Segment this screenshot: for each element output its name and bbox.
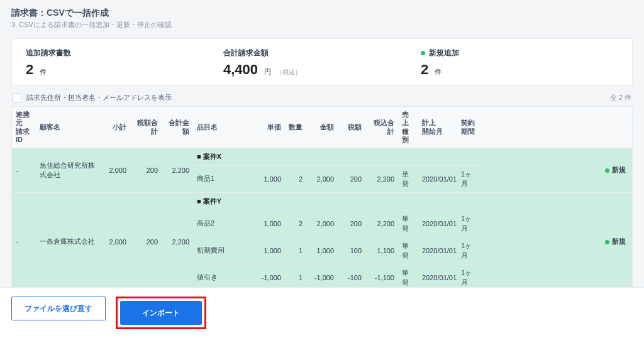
th-amount: 金額 xyxy=(306,107,338,148)
cell: 1ヶ月 xyxy=(457,237,482,264)
import-button[interactable]: インポート xyxy=(120,301,202,325)
summary-new-value: 2 xyxy=(421,62,428,77)
cell: 2,200 xyxy=(162,148,193,192)
cell: 1,000 xyxy=(256,210,285,237)
cell: 200 xyxy=(338,165,365,192)
th-link-id: 連携元 請求ID xyxy=(12,107,36,148)
item-header: ■ 案件X xyxy=(193,148,482,165)
th-customer: 顧客名 xyxy=(36,107,99,148)
invoice-table: 連携元 請求ID 顧客名 小計 税額合計 合計金額 品目名 単価 数量 金額 税… xyxy=(12,107,632,292)
th-qty: 数量 xyxy=(285,107,306,148)
summary-amount-unit: 円 xyxy=(264,68,271,75)
status-badge: 新規 xyxy=(597,148,632,192)
th-subtotal: 小計 xyxy=(99,107,130,148)
status-dot-icon xyxy=(421,51,425,55)
th-start-month: 計上 開始月 xyxy=(418,107,457,148)
cell: 商品2 xyxy=(193,210,256,237)
cell: 1,000 xyxy=(256,165,285,192)
cell: 初期費用 xyxy=(193,237,256,264)
cell: 魚住総合研究所株式会社 xyxy=(36,148,99,192)
cell: 200 xyxy=(338,210,365,237)
record-counter: 全 2 件 xyxy=(610,93,631,102)
summary-new-unit: 件 xyxy=(435,68,441,75)
cell: 1,100 xyxy=(365,237,398,264)
page-subtitle: 3. CSVによる請求書の一括追加・更新・停止の確認 xyxy=(11,20,633,30)
item-header: ■ 案件Y xyxy=(193,192,482,210)
cell: 200 xyxy=(130,148,162,192)
summary-count-unit: 件 xyxy=(40,68,47,75)
cell: 単発 xyxy=(398,165,418,192)
th-tax-incl: 税込合計 xyxy=(365,107,398,148)
cell: 2,200 xyxy=(365,165,398,192)
th-sales-type: 売上 種別 xyxy=(398,107,418,148)
th-tax: 税額 xyxy=(338,107,365,148)
summary-count-value: 2 xyxy=(26,62,33,77)
show-address-checkbox[interactable]: 請求先住所・担当者名・メールアドレスを表示 xyxy=(13,93,172,102)
table-row: -魚住総合研究所株式会社2,0002002,200■ 案件X新規 xyxy=(12,148,632,165)
import-highlight: インポート xyxy=(116,297,206,329)
summary-new-label: 新規追加 xyxy=(429,48,459,58)
cell: 2 xyxy=(285,165,306,192)
cell: 単発 xyxy=(398,237,418,264)
cell: - xyxy=(12,148,36,192)
cell: 単発 xyxy=(398,210,418,237)
checkbox-icon xyxy=(13,94,21,102)
cell: 2020/01/01 xyxy=(418,210,457,237)
cell: - xyxy=(12,192,36,291)
cell: 2020/01/01 xyxy=(418,165,457,192)
page-title: 請求書：CSVで一括作成 xyxy=(11,8,633,19)
status-badge: 新規 xyxy=(597,192,632,291)
show-address-label: 請求先住所・担当者名・メールアドレスを表示 xyxy=(26,93,172,102)
cell: 商品1 xyxy=(193,165,256,192)
cell: 2,000 xyxy=(99,192,130,291)
status-dot-icon xyxy=(605,168,609,173)
th-unit-price: 単価 xyxy=(256,107,285,148)
cell: 1,000 xyxy=(306,237,338,264)
cell: 2020/01/01 xyxy=(418,237,457,264)
cell: 2,000 xyxy=(306,210,338,237)
cell: 1ヶ月 xyxy=(457,210,482,237)
th-term: 契約 期間 xyxy=(457,107,482,148)
cell: 2,200 xyxy=(365,210,398,237)
reselect-file-button[interactable]: ファイルを選び直す xyxy=(11,297,106,320)
th-tax-total: 税額合計 xyxy=(130,107,162,148)
cell: 1,000 xyxy=(256,237,285,264)
summary-card: 追加請求書数 2 件 合計請求金額 4,400 円 （税込） 新規追加 2 件 xyxy=(11,38,633,85)
cell: 1 xyxy=(285,237,306,264)
status-dot-icon xyxy=(605,240,609,244)
summary-count-label: 追加請求書数 xyxy=(26,48,223,58)
cell: 2 xyxy=(285,210,306,237)
summary-amount-tax-note: （税込） xyxy=(276,68,301,75)
cell: 2,000 xyxy=(99,148,130,192)
cell: 100 xyxy=(338,237,365,264)
th-grand-total: 合計金額 xyxy=(162,107,193,148)
th-item-name: 品目名 xyxy=(193,107,256,148)
table-row: -一条倉庫株式会社2,0002002,200■ 案件Y新規 xyxy=(12,192,632,210)
cell: 1ヶ月 xyxy=(457,165,482,192)
summary-amount-label: 合計請求金額 xyxy=(223,48,421,58)
cell: 200 xyxy=(130,192,162,291)
summary-amount-value: 4,400 xyxy=(223,62,258,77)
cell: 2,000 xyxy=(306,165,338,192)
cell: 一条倉庫株式会社 xyxy=(36,192,99,291)
cell: 2,200 xyxy=(162,192,193,291)
